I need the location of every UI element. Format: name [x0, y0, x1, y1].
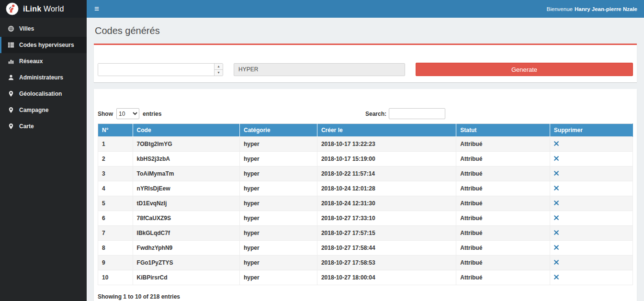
cell-num: 3	[98, 167, 133, 181]
entries-label: entries	[143, 111, 161, 117]
spin-up-icon[interactable]: ▴	[215, 64, 223, 70]
marker-icon	[8, 123, 14, 130]
cell-status: Attribué	[456, 270, 550, 285]
sidebar-item-carte[interactable]: Carte	[0, 118, 87, 134]
cell-num: 8	[98, 241, 133, 256]
cell-delete	[550, 241, 633, 256]
chart-icon	[8, 58, 14, 65]
user-icon	[8, 74, 14, 81]
delete-icon[interactable]	[554, 186, 559, 190]
table-info: Showing 1 to 10 of 218 entries	[98, 293, 633, 300]
sidebar-item-administrateurs[interactable]: Administrateurs	[0, 69, 87, 86]
welcome-user-name: Hanry Jean-pierre Nzale	[575, 6, 637, 12]
cell-num: 5	[98, 196, 133, 211]
column-header-category[interactable]: Catégorie	[239, 124, 317, 137]
delete-icon[interactable]	[554, 215, 559, 220]
table-row: 9FGo1PyZTYShyper2018-10-27 17:58:53Attri…	[98, 256, 633, 270]
cell-num: 2	[98, 152, 133, 167]
cell-num: 4	[98, 181, 133, 196]
cell-delete	[550, 270, 633, 285]
sidebar-item-reseaux[interactable]: Réseaux	[0, 53, 87, 69]
brand-logo-icon	[6, 2, 19, 15]
marker-icon	[8, 90, 14, 97]
column-header-created[interactable]: Créer le	[317, 124, 456, 137]
column-header-status[interactable]: Statut	[456, 124, 550, 137]
sidebar-item-geolocalisation[interactable]: Géolocalisation	[0, 86, 87, 102]
generator-panel: ▴ ▾ Generate	[94, 44, 637, 82]
cell-created: 2018-10-17 15:19:00	[317, 152, 456, 167]
list-icon	[8, 42, 14, 48]
cell-delete	[550, 181, 633, 196]
cell-delete	[550, 137, 633, 152]
cell-num: 6	[98, 211, 133, 226]
table-row: 17OBtg2lmYGhyper2018-10-17 13:22:23Attri…	[98, 137, 633, 152]
search-label: Search:	[365, 111, 386, 117]
cell-created: 2018-10-24 12:01:28	[317, 181, 456, 196]
delete-icon[interactable]	[554, 141, 559, 146]
cell-status: Attribué	[456, 152, 550, 167]
delete-icon[interactable]	[554, 171, 559, 176]
cell-status: Attribué	[456, 196, 550, 211]
sidebar-item-villes[interactable]: Villes	[0, 21, 87, 37]
cell-category: hyper	[239, 211, 317, 226]
table-header-row: N° Code Catégorie Créer le Statut Suppri…	[98, 124, 633, 137]
delete-icon[interactable]	[554, 156, 559, 161]
spin-down-icon[interactable]: ▾	[215, 70, 223, 76]
cell-code: ToAiMymaTm	[133, 167, 239, 181]
table-row: 7IBkGLqdC7fhyper2018-10-27 17:57:15Attri…	[98, 226, 633, 241]
cell-category: hyper	[239, 152, 317, 167]
cell-code: tD1EvqNzIj	[133, 196, 239, 211]
table-row: 10KiBPirsrCdhyper2018-10-27 18:00:04Attr…	[98, 270, 633, 285]
cell-category: hyper	[239, 196, 317, 211]
table-row: 8FwdhzYphN9hyper2018-10-27 17:58:44Attri…	[98, 241, 633, 256]
cell-created: 2018-10-22 11:57:14	[317, 167, 456, 181]
cell-code: FwdhzYphN9	[133, 241, 239, 256]
welcome-message: Bienvenue Hanry Jean-pierre Nzale	[547, 0, 644, 18]
delete-icon[interactable]	[554, 230, 559, 235]
cell-delete	[550, 226, 633, 241]
table-row: 678fCaUXZ9Shyper2018-10-27 17:33:10Attri…	[98, 211, 633, 226]
page-length-select[interactable]: 10	[116, 108, 139, 119]
cell-delete	[550, 211, 633, 226]
table-panel: Show 10 entries Search: N° Code Catégori…	[94, 89, 637, 301]
column-header-num[interactable]: N°	[98, 124, 133, 137]
quantity-input[interactable]	[98, 64, 214, 76]
cell-delete	[550, 152, 633, 167]
hamburger-icon: ≡	[94, 4, 99, 14]
cell-status: Attribué	[456, 181, 550, 196]
cell-category: hyper	[239, 181, 317, 196]
sidebar-menu: VillesCodes hyperviseursRéseauxAdministr…	[0, 18, 87, 134]
table-row: 2kbHS2j3zbAhyper2018-10-17 15:19:00Attri…	[98, 152, 633, 167]
cell-delete	[550, 196, 633, 211]
brand-title: iLink World	[23, 5, 64, 13]
sidebar-item-campagne[interactable]: Campagne	[0, 102, 87, 118]
page-title: Codes générés	[95, 25, 637, 36]
column-header-code[interactable]: Code	[133, 124, 239, 137]
sidebar-toggle-button[interactable]: ≡	[87, 0, 107, 18]
delete-icon[interactable]	[554, 275, 559, 279]
main-content: Codes générés ▴ ▾ Generate Show 10 entri…	[87, 18, 644, 301]
search-input[interactable]	[389, 108, 445, 119]
table-row: 3ToAiMymaTmhyper2018-10-22 11:57:14Attri…	[98, 167, 633, 181]
delete-icon[interactable]	[554, 201, 559, 205]
table-row: 4nYRIsDjEewhyper2018-10-24 12:01:28Attri…	[98, 181, 633, 196]
category-field[interactable]	[234, 63, 405, 76]
generate-button[interactable]: Generate	[416, 63, 633, 76]
column-header-delete[interactable]: Supprimer	[550, 124, 633, 137]
cell-num: 1	[98, 137, 133, 152]
cell-category: hyper	[239, 256, 317, 270]
cell-code: KiBPirsrCd	[133, 270, 239, 285]
cell-status: Attribué	[456, 167, 550, 181]
cell-code: 78fCaUXZ9S	[133, 211, 239, 226]
cell-code: IBkGLqdC7f	[133, 226, 239, 241]
cell-category: hyper	[239, 137, 317, 152]
welcome-prefix: Bienvenue	[547, 6, 573, 12]
cell-delete	[550, 256, 633, 270]
delete-icon[interactable]	[554, 260, 559, 265]
delete-icon[interactable]	[554, 245, 559, 250]
cell-status: Attribué	[456, 211, 550, 226]
cell-status: Attribué	[456, 226, 550, 241]
cell-category: hyper	[239, 167, 317, 181]
sidebar-item-codes-hyperviseurs[interactable]: Codes hyperviseurs	[0, 37, 87, 53]
brand[interactable]: iLink World	[0, 0, 87, 18]
